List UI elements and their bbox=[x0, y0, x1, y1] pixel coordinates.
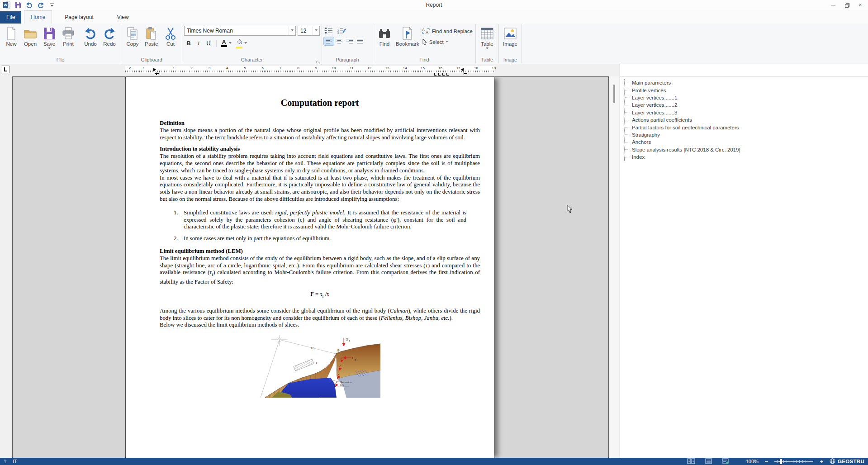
copy-button[interactable]: Copy bbox=[123, 25, 142, 47]
bold-button[interactable]: B bbox=[184, 39, 193, 48]
zoom-slider[interactable] bbox=[774, 459, 813, 465]
find-and-replace-button[interactable]: AA Find and Replace bbox=[422, 27, 473, 36]
font-color-caret[interactable] bbox=[229, 42, 232, 45]
tab-stop-icon[interactable] bbox=[434, 73, 436, 76]
ruler-number: 2 bbox=[190, 66, 192, 70]
document-canvas: Computation reportDefinitionThe term slo… bbox=[0, 76, 620, 458]
italic-button[interactable]: I bbox=[194, 39, 203, 48]
status-bar: 1 IT 100% − + GEOSTRU bbox=[0, 458, 868, 465]
outline-item[interactable]: Main parameters bbox=[625, 79, 740, 86]
ruler-number: 1 bbox=[143, 66, 145, 70]
binoculars-icon bbox=[378, 26, 391, 41]
highlight-button[interactable] bbox=[235, 38, 243, 48]
zoom-out-button[interactable]: − bbox=[765, 459, 768, 465]
outline-item[interactable]: Actions partial coefficients bbox=[625, 116, 740, 123]
font-size-combo[interactable]: 12 bbox=[298, 26, 320, 36]
tree-connector-icon bbox=[625, 157, 630, 157]
outline-item[interactable]: Index bbox=[625, 153, 740, 161]
image-button[interactable]: Image bbox=[501, 25, 520, 47]
right-margin-marker-icon[interactable] bbox=[464, 73, 467, 74]
redo-button[interactable]: Redo bbox=[100, 25, 119, 47]
tab-file[interactable]: File bbox=[0, 11, 21, 24]
zoom-in-button[interactable]: + bbox=[820, 459, 823, 465]
numbered-list-button[interactable]: 123 bbox=[337, 26, 346, 34]
restore-button[interactable] bbox=[840, 0, 854, 10]
tree-connector-icon bbox=[625, 90, 630, 90]
ruler-number: 9 bbox=[315, 66, 317, 70]
outline-item[interactable]: Layer vertices.......1 bbox=[625, 94, 740, 101]
doc-block-gap bbox=[160, 108, 480, 120]
web-view-icon[interactable] bbox=[722, 458, 729, 465]
tab-view[interactable]: View bbox=[111, 11, 135, 24]
align-center-button[interactable] bbox=[334, 37, 344, 45]
indent-marker-left-icon[interactable] bbox=[153, 68, 158, 71]
font-size-caret-icon[interactable] bbox=[313, 26, 319, 35]
group-label-image: Image bbox=[501, 57, 520, 64]
doc-block-gap bbox=[160, 203, 480, 209]
undo-button[interactable]: Undo bbox=[81, 25, 100, 47]
save-dropdown-caret[interactable] bbox=[48, 47, 51, 51]
open-button[interactable]: Open bbox=[21, 25, 40, 47]
tab-home[interactable]: Home bbox=[24, 10, 52, 24]
undo-icon bbox=[84, 26, 97, 41]
ruler-strip[interactable]: 2112345678910111213141516171819 bbox=[125, 66, 494, 73]
print-button[interactable]: Print bbox=[59, 25, 78, 47]
tab-stop-selector[interactable] bbox=[2, 66, 9, 73]
ribbon: New Open Save Print Undo bbox=[0, 24, 868, 65]
select-button[interactable]: Select bbox=[422, 38, 473, 47]
table-button[interactable]: Table bbox=[478, 25, 497, 51]
tab-stop-icon[interactable] bbox=[442, 73, 445, 76]
align-left-button[interactable] bbox=[324, 37, 334, 45]
select-caret[interactable] bbox=[446, 41, 448, 44]
outline-item[interactable]: Anchors bbox=[625, 138, 740, 146]
outline-item-label: Layer vertices.......1 bbox=[632, 95, 677, 100]
tab-page-layout[interactable]: Page layout bbox=[58, 11, 100, 24]
svg-text:3: 3 bbox=[337, 32, 339, 34]
paste-button[interactable]: Paste bbox=[142, 25, 161, 47]
tab-stop-icon[interactable] bbox=[446, 73, 449, 76]
figure-label-b: B bbox=[337, 349, 340, 352]
align-right-button[interactable] bbox=[345, 37, 355, 45]
scrollbar-thumb[interactable] bbox=[613, 85, 615, 103]
find-button[interactable]: Find bbox=[375, 25, 394, 47]
book-view-icon[interactable] bbox=[687, 458, 695, 465]
outline-item[interactable]: Stratigraphy bbox=[625, 131, 740, 138]
close-button[interactable]: × bbox=[854, 0, 867, 10]
font-name-combo[interactable]: Times New Roman bbox=[184, 26, 296, 36]
select-cursor-icon bbox=[422, 38, 427, 46]
document-viewport[interactable]: Computation reportDefinitionThe term slo… bbox=[12, 76, 609, 458]
outline-item[interactable]: Layer vertices.......3 bbox=[625, 109, 740, 116]
save-button[interactable]: Save bbox=[40, 25, 59, 51]
title-bar: W Report × bbox=[0, 0, 868, 10]
vertical-scrollbar[interactable] bbox=[609, 76, 619, 458]
justify-button[interactable] bbox=[355, 37, 365, 45]
underline-button[interactable]: U bbox=[204, 39, 213, 48]
table-caret[interactable] bbox=[486, 47, 489, 51]
zoom-slider-thumb[interactable] bbox=[780, 459, 782, 464]
new-button[interactable]: New bbox=[2, 25, 21, 47]
brand-label: GEOSTRU bbox=[838, 459, 864, 464]
tree-connector-icon bbox=[625, 83, 630, 83]
character-dialog-launcher-icon[interactable] bbox=[316, 59, 321, 63]
draft-view-icon[interactable] bbox=[705, 458, 712, 465]
tree-connector-icon bbox=[625, 149, 630, 150]
font-color-button[interactable]: A bbox=[220, 39, 228, 47]
slope-diagram-figure: R B X B E B q Saturation line bbox=[251, 335, 380, 400]
outline-item-label: Profile vertices bbox=[632, 88, 666, 93]
minimize-button[interactable] bbox=[826, 0, 840, 10]
bullet-list-button[interactable] bbox=[324, 26, 334, 34]
outline-item[interactable]: Slope analysis results [NTC 2018 & Circ.… bbox=[625, 146, 740, 153]
document-page[interactable]: Computation reportDefinitionThe term slo… bbox=[125, 76, 494, 458]
outline-item-label: Partial factors for soil geotechnical pa… bbox=[632, 125, 739, 130]
cut-button[interactable]: Cut bbox=[161, 25, 180, 47]
outline-item[interactable]: Layer vertices.......2 bbox=[625, 101, 740, 109]
outline-item[interactable]: Partial factors for soil geotechnical pa… bbox=[625, 123, 740, 131]
highlight-caret[interactable] bbox=[244, 42, 247, 45]
language-indicator[interactable]: IT bbox=[13, 459, 17, 464]
outline-item[interactable]: Profile vertices bbox=[625, 86, 740, 94]
left-margin-marker-icon[interactable] bbox=[155, 73, 159, 74]
doc-block-para: Below we discussed the limit equilibrium… bbox=[160, 322, 480, 329]
bookmark-button[interactable]: Bookmark bbox=[394, 25, 421, 47]
font-name-caret-icon[interactable] bbox=[289, 26, 295, 35]
tab-stop-icon[interactable] bbox=[438, 73, 441, 76]
